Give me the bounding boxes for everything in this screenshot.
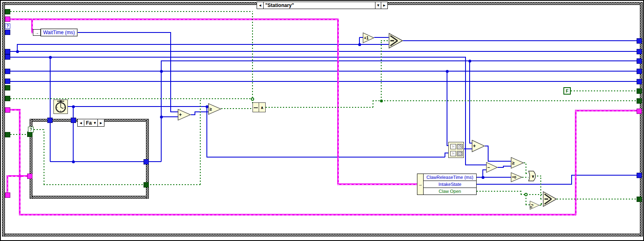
feedback-caret-icon: ∧ xyxy=(259,103,266,112)
tick-count-clock-icon[interactable] xyxy=(53,100,68,114)
inner-case-selector[interactable]: ◄ False ▼ ► xyxy=(77,119,104,127)
wire-segment xyxy=(206,157,445,158)
inner-case-border-bottom xyxy=(30,196,149,199)
wire-junction xyxy=(72,105,75,108)
wire-segment xyxy=(571,90,637,91)
chevron-down-icon[interactable]: ▼ xyxy=(375,3,381,7)
wire-junction xyxy=(524,193,528,196)
wire-segment xyxy=(50,123,51,162)
wire-segment xyxy=(170,32,171,112)
tunnel xyxy=(5,107,10,113)
wire-segment xyxy=(540,176,541,199)
outer-case-border-bottom xyxy=(2,234,643,236)
wire-junction xyxy=(160,70,163,73)
wire-junction xyxy=(251,97,254,101)
select-function-2[interactable] xyxy=(543,191,557,207)
tunnel xyxy=(5,96,10,101)
wire-junction xyxy=(49,56,52,59)
unbundle-input-arrow-icon: → xyxy=(417,174,424,195)
tunnel xyxy=(5,30,10,35)
case-next-arrow-icon[interactable]: ► xyxy=(97,119,104,126)
tunnel xyxy=(637,109,642,114)
wire-segment xyxy=(488,161,511,162)
wire-junction xyxy=(72,160,75,163)
tunnel xyxy=(637,88,642,94)
tunnel xyxy=(5,54,10,60)
outer-case-selector[interactable]: ◄ "Stationary" ▼ ► xyxy=(257,2,388,9)
greater-equal-function[interactable]: ≥ xyxy=(208,103,221,115)
unbundle-field-clawreleasetime[interactable]: ClawReleaseTime (ms) xyxy=(424,174,476,181)
tunnel xyxy=(637,49,642,54)
wire-segment xyxy=(50,57,51,118)
wire-junction xyxy=(446,70,449,73)
case-selector-value[interactable]: False xyxy=(84,120,92,126)
index-bundle-node[interactable]: ?▫ ?▫ xyxy=(448,142,464,158)
outer-case-question-terminal: ? xyxy=(5,23,10,29)
wire-segment xyxy=(10,71,637,72)
case-next-arrow-icon[interactable]: ► xyxy=(381,2,387,9)
case-prev-arrow-icon[interactable]: ◄ xyxy=(257,3,263,7)
wire-segment xyxy=(10,98,253,99)
wire-segment xyxy=(44,130,44,185)
inner-case-question-terminal: ? xyxy=(28,127,34,132)
wire-segment xyxy=(10,51,637,52)
wire-segment xyxy=(266,107,373,108)
tunnel xyxy=(637,58,642,64)
add-function-2[interactable]: + xyxy=(472,140,485,152)
wire-segment xyxy=(381,41,382,101)
outer-case-border-left xyxy=(2,2,5,236)
waittime-control-label[interactable]: WaitTime (ms) xyxy=(41,29,77,36)
tunnel xyxy=(47,118,53,123)
equal-zero-function[interactable]: =0 xyxy=(511,172,522,182)
wire-segment xyxy=(465,165,486,165)
tunnel xyxy=(637,38,642,44)
wire-segment xyxy=(7,175,28,177)
tunnel xyxy=(5,85,10,90)
wire-segment xyxy=(34,129,44,130)
select-function[interactable] xyxy=(389,33,403,49)
case-selector-value[interactable]: "Stationary" xyxy=(263,2,375,9)
wire-segment xyxy=(171,111,178,112)
or-function[interactable]: ∨ xyxy=(528,171,538,181)
increment-function[interactable]: +1 xyxy=(363,32,374,43)
wire-segment xyxy=(7,175,8,193)
tunnel xyxy=(5,132,10,137)
greater-equal-function-2[interactable]: ≥ xyxy=(511,157,524,169)
wire-junction xyxy=(16,50,19,53)
unbundle-field-intakestate[interactable]: IntakeState xyxy=(424,181,476,188)
wire-segment xyxy=(68,106,208,107)
waittime-control-terminal-icon[interactable]: → xyxy=(33,29,41,36)
wire-segment xyxy=(10,11,253,12)
wire-segment xyxy=(161,116,178,117)
wire-segment xyxy=(10,134,28,135)
not-function[interactable]: ¬ xyxy=(530,201,540,210)
wire-segment xyxy=(73,123,74,162)
wire-segment xyxy=(19,109,21,215)
unbundle-field-clawopen[interactable]: Claw Open xyxy=(424,188,476,195)
wire-segment xyxy=(337,19,339,184)
feedback-node[interactable]: ∧ xyxy=(253,102,266,112)
wire-segment xyxy=(77,32,171,33)
wire-segment xyxy=(465,57,466,165)
wire-segment xyxy=(571,175,637,176)
subtract-function[interactable]: − xyxy=(486,162,498,173)
wire-segment xyxy=(522,177,528,178)
wire-segment xyxy=(10,19,338,20)
false-constant[interactable]: F xyxy=(563,87,571,95)
add-function[interactable]: + xyxy=(178,109,191,120)
wire-segment xyxy=(503,166,511,167)
wire-segment xyxy=(200,98,201,185)
wire-segment xyxy=(373,100,373,107)
unbundle-by-name-node[interactable]: → ClawReleaseTime (ms) IntakeState Claw … xyxy=(417,174,477,195)
wire-segment xyxy=(161,60,162,162)
wire-segment xyxy=(477,184,572,185)
wire-segment xyxy=(44,184,200,185)
wire-segment xyxy=(403,40,637,41)
wire-segment xyxy=(374,37,389,38)
tunnel xyxy=(5,16,10,22)
wire-segment xyxy=(381,40,389,41)
case-prev-arrow-icon[interactable]: ◄ xyxy=(78,121,84,125)
wire-junction xyxy=(358,43,361,46)
wire-segment xyxy=(447,71,447,146)
chevron-down-icon[interactable]: ▼ xyxy=(92,121,97,125)
